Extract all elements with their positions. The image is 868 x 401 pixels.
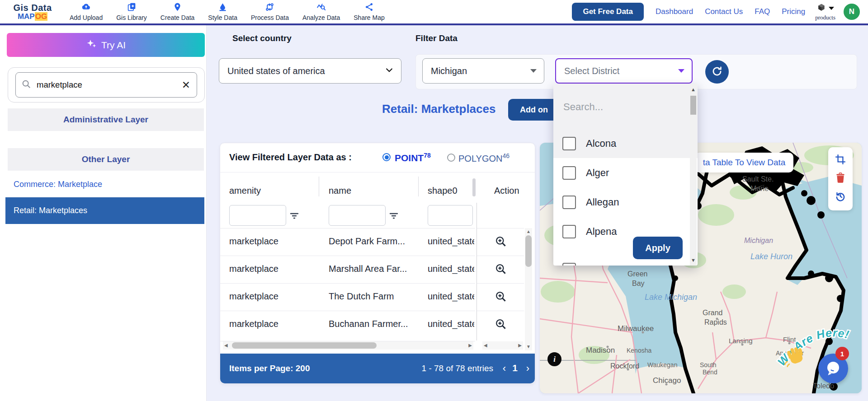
district-option-allegan[interactable]: Allegan bbox=[553, 187, 689, 217]
map-tools-panel bbox=[828, 147, 853, 210]
next-page-button[interactable]: › bbox=[526, 363, 529, 374]
nav-item-create-data[interactable]: Create Data bbox=[160, 2, 194, 21]
action-cell bbox=[477, 228, 524, 256]
notification-badge: 1 bbox=[835, 347, 849, 360]
dropdown-scrollbar[interactable]: ▲ ▼ bbox=[690, 84, 697, 266]
polygon-radio[interactable] bbox=[447, 154, 455, 162]
map-label: Grand bbox=[703, 309, 722, 317]
zoom-in-icon[interactable] bbox=[495, 263, 507, 277]
point-radio[interactable] bbox=[382, 153, 391, 161]
action-cell bbox=[477, 283, 524, 311]
nav-item-process-data[interactable]: Process Data bbox=[251, 2, 289, 21]
filtered-data-table: View Filtered Layer Data as : POINT78 PO… bbox=[220, 143, 535, 384]
zoom-in-icon[interactable] bbox=[495, 235, 507, 249]
table-header-row: amenity name shape0 Action bbox=[220, 172, 535, 203]
sidebar-item-commerce-marketplace[interactable]: Commerce: Marketplace bbox=[5, 172, 204, 197]
polygon-option[interactable]: POLYGON46 bbox=[458, 152, 509, 164]
nav-link-pricing[interactable]: Pricing bbox=[782, 7, 805, 16]
checkbox[interactable] bbox=[562, 166, 576, 180]
chat-bubble-icon bbox=[824, 359, 842, 378]
prev-page-button[interactable]: ‹ bbox=[503, 363, 506, 374]
name-filter-input[interactable] bbox=[329, 205, 386, 226]
select-country-label: Select country bbox=[232, 33, 292, 43]
layer-search-input[interactable] bbox=[36, 79, 169, 90]
library-add-icon bbox=[127, 2, 137, 14]
table-row[interactable]: marketplace Depot Park Farm... united_st… bbox=[220, 228, 475, 256]
map-label: Waukegan bbox=[647, 361, 677, 368]
items-per-page-label: Items per Page: 200 bbox=[229, 364, 310, 373]
action-horizontal-scrollbar[interactable]: ◀ ▶ bbox=[482, 341, 523, 350]
process-compare-icon bbox=[265, 2, 274, 14]
map-label: Chicago bbox=[653, 376, 681, 385]
share-icon bbox=[364, 2, 374, 14]
zoom-in-icon[interactable] bbox=[495, 290, 507, 304]
entries-summary: 1 - 78 of 78 entries bbox=[422, 364, 493, 373]
view-as-label: View Filtered Layer Data as : bbox=[229, 152, 352, 163]
logo[interactable]: Gis Data MAPOG bbox=[7, 3, 58, 20]
nav-item-analyze-data[interactable]: Analyze Data bbox=[302, 2, 340, 21]
nav-item-style-data[interactable]: Style Data bbox=[208, 2, 237, 21]
apply-districts-button[interactable]: Apply bbox=[633, 237, 683, 259]
column-header-name[interactable]: name bbox=[329, 186, 351, 196]
layer-search-box: ✕ bbox=[15, 72, 197, 98]
nav-link-contact-us[interactable]: Contact Us bbox=[705, 7, 743, 16]
refresh-button[interactable] bbox=[705, 60, 729, 84]
map-label: Marie bbox=[750, 185, 769, 193]
checkbox[interactable] bbox=[562, 263, 576, 266]
horizontal-scrollbar[interactable]: ◀ ▶ bbox=[223, 341, 473, 350]
logo-line2: MAPOG bbox=[7, 13, 58, 20]
vertical-scrollbar[interactable]: ▲ ▼ bbox=[525, 228, 532, 350]
funnel-icon[interactable] bbox=[388, 210, 399, 221]
district-option-alger[interactable]: Alger bbox=[553, 158, 689, 187]
column-header-amenity[interactable]: amenity bbox=[229, 186, 261, 196]
table-row[interactable]: marketplace Buchanan Farmer... united_st… bbox=[220, 311, 475, 341]
sidebar-item-retail-marketplaces[interactable]: Retail: Marketplaces bbox=[5, 197, 204, 224]
checkbox[interactable] bbox=[562, 196, 576, 209]
crop-icon[interactable] bbox=[835, 154, 846, 167]
products-menu[interactable]: products bbox=[815, 3, 835, 20]
analyze-chart-icon bbox=[316, 2, 326, 14]
map-label: Lake Michigan bbox=[645, 293, 697, 302]
refresh-icon bbox=[711, 65, 723, 79]
nav-link-faq[interactable]: FAQ bbox=[755, 7, 770, 16]
history-icon[interactable] bbox=[835, 191, 846, 204]
other-layer-header: Other Layer bbox=[8, 148, 204, 171]
checkbox[interactable] bbox=[562, 137, 576, 150]
district-select[interactable]: Select District bbox=[555, 58, 693, 84]
trash-icon[interactable] bbox=[835, 172, 846, 186]
state-select[interactable]: Michigan bbox=[422, 58, 544, 84]
caret-down-icon bbox=[829, 7, 834, 10]
get-free-data-button[interactable]: Get Free Data bbox=[572, 3, 644, 21]
shape0-filter-input[interactable] bbox=[428, 205, 473, 226]
map-label: Michigan bbox=[744, 237, 773, 245]
table-row[interactable]: marketplace Marshall Area Far... united_… bbox=[220, 256, 475, 284]
clear-search-icon[interactable]: ✕ bbox=[182, 80, 190, 90]
district-option-alcona[interactable]: Alcona bbox=[553, 129, 689, 158]
user-avatar[interactable]: N bbox=[844, 4, 860, 20]
nav-item-gis-library[interactable]: Gis Library bbox=[116, 2, 147, 21]
gis-map-app: Gis Data MAPOG Add Upload Gis Library Cr… bbox=[0, 0, 868, 401]
nav-link-dashboard[interactable]: Dashboard bbox=[656, 7, 693, 16]
nav-item-share-map[interactable]: Share Map bbox=[354, 2, 384, 21]
country-select[interactable]: United states of america bbox=[219, 58, 401, 84]
map-label: Milwaukee bbox=[618, 324, 654, 333]
column-header-shape0[interactable]: shape0 bbox=[428, 186, 458, 196]
map-label: Kenosha bbox=[627, 347, 651, 354]
search-icon bbox=[16, 79, 31, 91]
current-page-button[interactable]: 1 bbox=[512, 363, 518, 373]
funnel-icon[interactable] bbox=[289, 210, 300, 221]
cube-icon bbox=[817, 3, 826, 14]
info-icon[interactable]: i bbox=[547, 352, 561, 366]
district-search-input[interactable] bbox=[562, 97, 677, 117]
map-pin-icon bbox=[173, 2, 182, 14]
map-label: Bend bbox=[703, 368, 717, 376]
column-scrollbar[interactable] bbox=[472, 178, 476, 196]
checkbox[interactable] bbox=[562, 225, 576, 238]
nav-item-add-upload[interactable]: Add Upload bbox=[70, 2, 103, 21]
try-ai-button[interactable]: Try AI bbox=[7, 33, 205, 57]
point-option[interactable]: POINT78 bbox=[395, 152, 431, 163]
amenity-filter-input[interactable] bbox=[229, 205, 286, 226]
table-row[interactable]: marketplace The Dutch Farm united_state bbox=[220, 283, 475, 311]
layer-search-container: ✕ bbox=[8, 67, 205, 103]
zoom-in-icon[interactable] bbox=[495, 318, 507, 332]
